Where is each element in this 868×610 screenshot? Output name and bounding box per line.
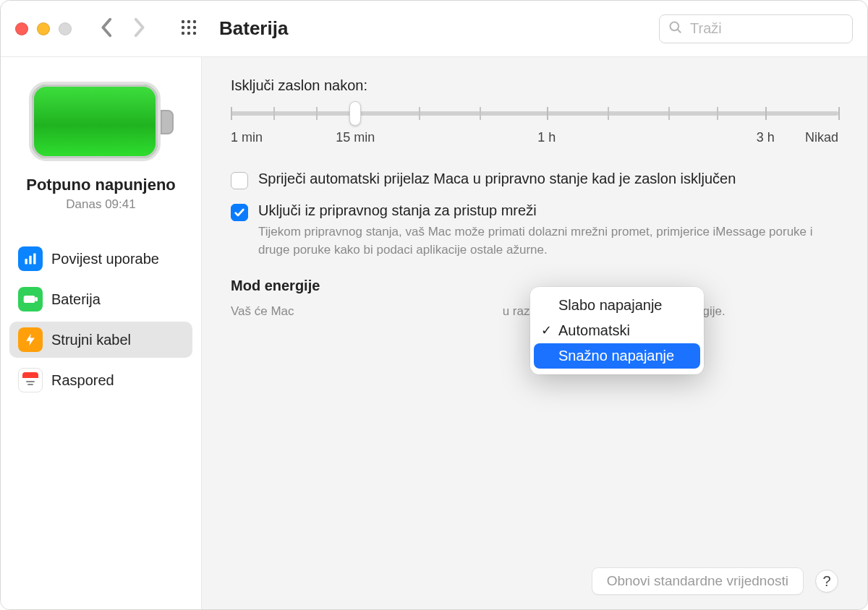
sidebar: Potpuno napunjeno Danas 09:41 Povijest u… [1, 57, 202, 609]
wake-for-network-label: Uključi iz pripravnog stanja za pristup … [258, 202, 838, 219]
energy-mode-option-low[interactable]: Slabo napajanje [534, 293, 700, 318]
prevent-sleep-label: Spriječi automatski prijelaz Maca u prip… [258, 171, 736, 187]
content-body: Potpuno napunjeno Danas 09:41 Povijest u… [1, 57, 867, 609]
nav-buttons [101, 17, 145, 40]
svg-rect-12 [29, 256, 31, 265]
battery-icon [29, 82, 174, 161]
back-button[interactable] [101, 17, 114, 40]
page-title: Baterija [219, 17, 288, 40]
fullscreen-window-button[interactable] [59, 22, 72, 35]
wake-for-network-checkbox[interactable] [231, 204, 248, 221]
sidebar-item-label: Strujni kabel [51, 332, 131, 348]
slider-tick-label: 1 min [231, 130, 263, 145]
svg-point-0 [182, 20, 184, 22]
slider-tick-label: 1 h [537, 130, 556, 145]
sidebar-list: Povijest uporabe Baterija Strujni kabel [1, 241, 201, 398]
preferences-window: Baterija Potpuno napunjeno Danas 09:41 [0, 0, 868, 610]
sidebar-item-battery[interactable]: Baterija [9, 281, 192, 317]
battery-status-title: Potpuno napunjeno [26, 176, 176, 194]
slider-track [231, 111, 838, 116]
svg-point-1 [187, 20, 190, 22]
svg-rect-11 [25, 259, 27, 265]
battery-small-icon [18, 287, 43, 312]
slider-tick-label: 15 min [336, 130, 375, 145]
toolbar: Baterija [1, 1, 867, 57]
svg-rect-14 [24, 296, 34, 303]
energy-mode-label: Mod energije [231, 278, 320, 294]
svg-point-6 [182, 31, 184, 34]
close-window-button[interactable] [15, 22, 28, 35]
forward-button[interactable] [132, 17, 145, 40]
svg-rect-13 [33, 254, 35, 265]
svg-point-2 [193, 20, 196, 22]
minimize-window-button[interactable] [37, 22, 50, 35]
sidebar-item-label: Baterija [51, 291, 101, 308]
slider-tick-label: 3 h [757, 130, 775, 145]
svg-point-3 [182, 25, 184, 28]
search-icon [668, 20, 683, 38]
svg-rect-15 [35, 298, 37, 301]
prevent-sleep-row: Spriječi automatski prijelaz Maca u prip… [231, 171, 838, 189]
sidebar-item-usage-history[interactable]: Povijest uporabe [9, 241, 192, 277]
sidebar-item-schedule[interactable]: Raspored [9, 362, 192, 398]
search-input[interactable] [690, 20, 868, 37]
search-field[interactable] [659, 14, 853, 43]
slider-thumb[interactable] [349, 101, 361, 126]
calendar-icon [18, 368, 43, 392]
window-controls [15, 22, 72, 35]
svg-point-4 [187, 25, 190, 28]
wake-for-network-help: Tijekom pripravnog stanja, vaš Mac može … [258, 223, 838, 259]
checkmark-icon [234, 207, 245, 218]
main-panel: Isključi zaslon nakon: 1 min 15 min [202, 57, 867, 609]
svg-line-10 [678, 29, 681, 32]
energy-mode-dropdown[interactable]: Slabo napajanje Automatski Snažno napaja… [530, 287, 704, 374]
sidebar-item-label: Raspored [51, 372, 114, 389]
battery-status-subtitle: Danas 09:41 [66, 197, 135, 212]
sidebar-item-label: Povijest uporabe [51, 251, 159, 267]
svg-point-8 [193, 31, 196, 34]
help-button[interactable]: ? [815, 570, 838, 593]
display-off-label: Isključi zaslon nakon: [231, 77, 838, 94]
svg-point-7 [187, 31, 190, 34]
show-all-icon[interactable] [180, 19, 197, 39]
slider-tick-label: Nikad [805, 130, 838, 145]
prevent-sleep-checkbox[interactable] [231, 172, 248, 189]
svg-point-5 [193, 25, 196, 28]
sidebar-item-power-adapter[interactable]: Strujni kabel [9, 322, 192, 358]
display-off-slider[interactable]: 1 min 15 min 1 h 3 h Nikad [231, 104, 838, 156]
bars-icon [18, 246, 43, 271]
bolt-icon [18, 327, 43, 352]
wake-for-network-row: Uključi iz pripravnog stanja za pristup … [231, 202, 838, 259]
restore-defaults-button[interactable]: Obnovi standardne vrijednosti [592, 567, 804, 595]
energy-mode-option-auto[interactable]: Automatski [534, 318, 700, 343]
energy-mode-option-high[interactable]: Snažno napajanje [534, 343, 700, 369]
footer: Obnovi standardne vrijednosti ? [231, 556, 838, 595]
